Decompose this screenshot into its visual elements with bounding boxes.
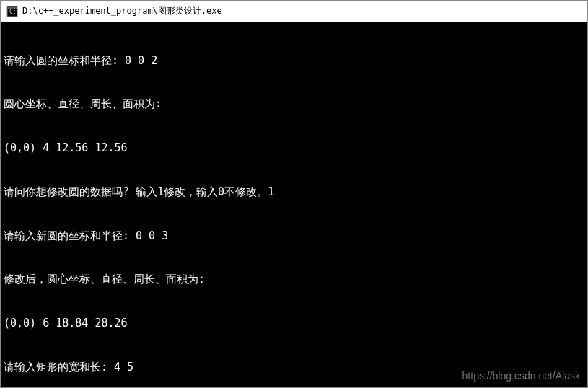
title-bar[interactable]: C:\ D:\c++_experiment_program\图形类设计.exe [1,1,587,22]
window-title: D:\c++_experiment_program\图形类设计.exe [22,5,222,17]
app-icon: C:\ [6,6,18,17]
console-line: 请输入新圆的坐标和半径: 0 0 3 [4,229,584,243]
console-line: 修改后，圆心坐标、直径、周长、面积为: [4,272,584,286]
console-line: (0,0) 6 18.84 28.26 [4,316,584,330]
console-line: 请输入圆的坐标和半径: 0 0 2 [4,53,584,68]
console-output[interactable]: 请输入圆的坐标和半径: 0 0 2 圆心坐标、直径、周长、面积为: (0,0) … [1,22,587,387]
console-line: 圆心坐标、直径、周长、面积为: [4,97,584,111]
watermark: https://blog.csdn.net/Alask [462,369,580,383]
console-line: (0,0) 4 12.56 12.56 [4,141,584,155]
console-line: 请问你想修改圆的数据吗? 输入1修改，输入0不修改。1 [4,185,584,199]
console-window: C:\ D:\c++_experiment_program\图形类设计.exe … [0,0,588,388]
svg-text:C:\: C:\ [9,9,18,15]
